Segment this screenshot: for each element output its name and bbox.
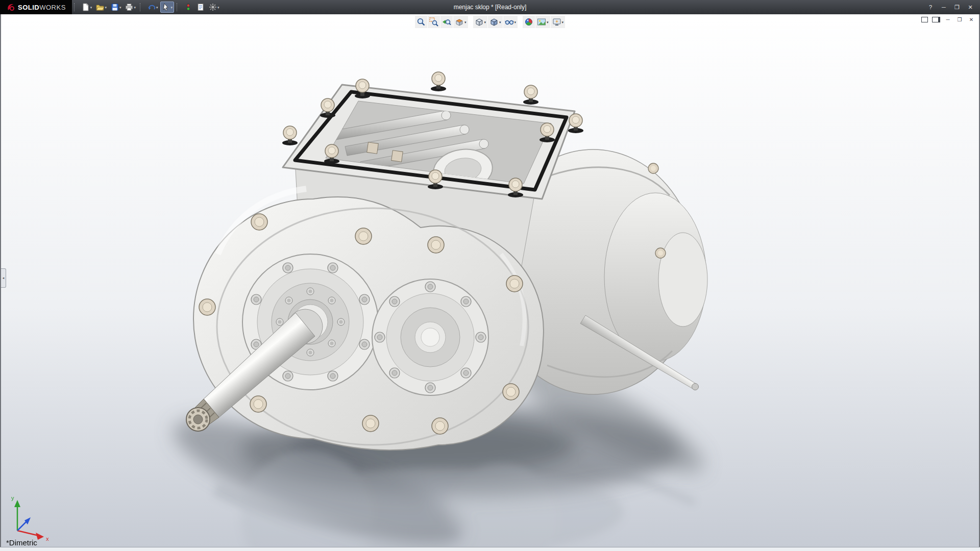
doc-close-button[interactable]: ✕ [966, 15, 976, 23]
section-view-icon [455, 17, 464, 27]
cover-bolt [428, 170, 443, 189]
apply-scene-button[interactable]: ▾ [535, 16, 550, 28]
hide-show-items-icon [505, 17, 514, 27]
options-gear-icon [209, 3, 217, 11]
housing-bolt [199, 299, 215, 315]
view-settings-button[interactable]: ▾ [551, 16, 566, 28]
hide-show-items-button[interactable]: ▾ [503, 16, 518, 28]
edit-appearance-icon [524, 17, 533, 27]
open-button[interactable]: ▾ [94, 2, 108, 13]
cover-bolt [523, 85, 538, 105]
housing-bolt [503, 384, 519, 400]
previous-view-icon [442, 17, 451, 27]
single-pane-icon [921, 17, 928, 22]
housing-bolt [428, 237, 444, 253]
rear-bolt [655, 248, 666, 258]
rebuild-button[interactable] [183, 2, 194, 13]
viewport-3d-canvas[interactable]: y x [1, 14, 979, 547]
cover-bolt [324, 144, 339, 164]
select-button[interactable]: ▾ [160, 2, 174, 13]
cover-bolt [282, 126, 298, 145]
view-orientation-label: *Dimetric [6, 538, 37, 547]
toolbar-grip [74, 3, 78, 11]
document-title: menjac sklop * [Read-only] [454, 4, 527, 11]
rebuild-traffic-light-icon [184, 3, 192, 11]
right-flange [372, 279, 488, 395]
print-button[interactable]: ▾ [124, 2, 137, 13]
cover-bolt [355, 79, 370, 98]
housing-bolt [250, 396, 266, 412]
options-button[interactable]: ▾ [207, 2, 221, 13]
zoom-to-area-icon [429, 17, 438, 27]
zoom-to-fit-button[interactable] [415, 16, 427, 28]
save-button[interactable]: ▾ [109, 2, 123, 13]
edit-appearance-button[interactable] [523, 16, 535, 28]
print-icon [125, 3, 133, 11]
save-floppy-icon [111, 3, 119, 11]
cover-bolt [568, 114, 583, 133]
open-folder-icon [96, 3, 104, 11]
app-name: SOLIDWORKS [18, 3, 66, 12]
zoom-to-fit-icon [416, 17, 426, 27]
document-window-controls: ─ ❐ ✕ [919, 15, 976, 23]
axis-y-label: y [11, 495, 14, 501]
solidworks-logo: SOLIDWORKS [0, 0, 72, 14]
viewport-pane-button[interactable] [919, 15, 929, 23]
doc-minimize-button[interactable]: ─ [943, 15, 953, 23]
split-pane-button[interactable] [931, 15, 941, 23]
housing-bolt [432, 418, 448, 434]
file-properties-button[interactable] [195, 2, 206, 13]
dassault-systemes-icon [6, 3, 15, 12]
toolbar-grip [177, 3, 180, 11]
toolbar-grip [140, 3, 143, 11]
display-style-button[interactable]: ▾ [488, 16, 503, 28]
statusbar [0, 547, 980, 551]
app-minimize-button[interactable]: ─ [937, 2, 950, 12]
graphics-area: y x [0, 14, 980, 547]
rear-bolt [648, 163, 658, 173]
select-cursor-icon [162, 3, 170, 11]
display-style-icon [489, 17, 499, 27]
previous-view-button[interactable] [440, 16, 453, 28]
cover-bolt [320, 98, 335, 118]
app-close-button[interactable]: ✕ [964, 2, 977, 12]
new-document-icon [82, 3, 90, 11]
titlebar: SOLIDWORKS ▾ ▾ ▾ ▾ ▾ [0, 0, 980, 14]
housing-bolt [355, 228, 372, 244]
feature-panel-collapse-tab[interactable]: ◂ [1, 268, 6, 288]
housing-bolt [251, 214, 267, 230]
section-view-button[interactable]: ▾ [453, 16, 468, 28]
view-orientation-button[interactable]: ▾ [473, 16, 487, 28]
help-button[interactable]: ? [924, 2, 937, 12]
housing-bolt [362, 415, 379, 432]
apply-scene-icon [537, 17, 546, 27]
new-document-button[interactable]: ▾ [80, 2, 94, 13]
file-properties-icon [197, 3, 205, 11]
app-window-controls: ? ─ ❐ ✕ [924, 2, 980, 12]
doc-restore-button[interactable]: ❐ [954, 15, 965, 23]
view-settings-icon [552, 17, 561, 27]
cover-bolt [431, 72, 446, 91]
axis-x-label: x [46, 536, 49, 542]
view-orientation-cube-icon [474, 17, 483, 27]
undo-button[interactable]: ▾ [146, 2, 160, 13]
housing-bolt [506, 276, 523, 292]
cover-bolt [508, 178, 523, 197]
cover-bolt [540, 123, 555, 142]
app-restore-button[interactable]: ❐ [950, 2, 964, 12]
undo-icon [148, 3, 156, 11]
split-pane-icon [932, 17, 940, 22]
zoom-to-area-button[interactable] [428, 16, 440, 28]
heads-up-view-toolbar: ▾ ▾ ▾ ▾ [415, 16, 565, 28]
